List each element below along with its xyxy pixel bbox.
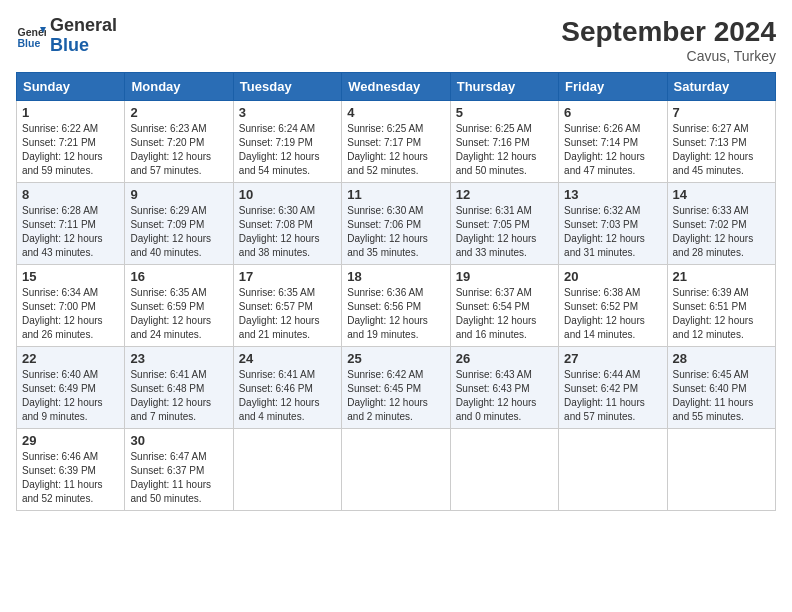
calendar-table: Sunday Monday Tuesday Wednesday Thursday…	[16, 72, 776, 511]
calendar-cell: 19 Sunrise: 6:37 AM Sunset: 6:54 PM Dayl…	[450, 265, 558, 347]
col-tuesday: Tuesday	[233, 73, 341, 101]
day-number: 23	[130, 351, 227, 366]
day-info: Sunrise: 6:22 AM Sunset: 7:21 PM Dayligh…	[22, 122, 119, 178]
day-number: 13	[564, 187, 661, 202]
day-number: 17	[239, 269, 336, 284]
day-number: 18	[347, 269, 444, 284]
day-number: 15	[22, 269, 119, 284]
calendar-cell: 15 Sunrise: 6:34 AM Sunset: 7:00 PM Dayl…	[17, 265, 125, 347]
calendar-cell: 22 Sunrise: 6:40 AM Sunset: 6:49 PM Dayl…	[17, 347, 125, 429]
day-info: Sunrise: 6:30 AM Sunset: 7:06 PM Dayligh…	[347, 204, 444, 260]
day-info: Sunrise: 6:29 AM Sunset: 7:09 PM Dayligh…	[130, 204, 227, 260]
day-number: 1	[22, 105, 119, 120]
calendar-cell: 9 Sunrise: 6:29 AM Sunset: 7:09 PM Dayli…	[125, 183, 233, 265]
calendar-cell: 4 Sunrise: 6:25 AM Sunset: 7:17 PM Dayli…	[342, 101, 450, 183]
day-number: 27	[564, 351, 661, 366]
day-info: Sunrise: 6:36 AM Sunset: 6:56 PM Dayligh…	[347, 286, 444, 342]
day-number: 20	[564, 269, 661, 284]
calendar-week-row: 15 Sunrise: 6:34 AM Sunset: 7:00 PM Dayl…	[17, 265, 776, 347]
day-info: Sunrise: 6:30 AM Sunset: 7:08 PM Dayligh…	[239, 204, 336, 260]
day-number: 4	[347, 105, 444, 120]
day-info: Sunrise: 6:32 AM Sunset: 7:03 PM Dayligh…	[564, 204, 661, 260]
location: Cavus, Turkey	[561, 48, 776, 64]
calendar-week-row: 29 Sunrise: 6:46 AM Sunset: 6:39 PM Dayl…	[17, 429, 776, 511]
day-info: Sunrise: 6:25 AM Sunset: 7:16 PM Dayligh…	[456, 122, 553, 178]
calendar-cell: 8 Sunrise: 6:28 AM Sunset: 7:11 PM Dayli…	[17, 183, 125, 265]
calendar-week-row: 1 Sunrise: 6:22 AM Sunset: 7:21 PM Dayli…	[17, 101, 776, 183]
calendar-cell	[559, 429, 667, 511]
col-wednesday: Wednesday	[342, 73, 450, 101]
col-saturday: Saturday	[667, 73, 775, 101]
day-info: Sunrise: 6:34 AM Sunset: 7:00 PM Dayligh…	[22, 286, 119, 342]
calendar-cell	[450, 429, 558, 511]
calendar-cell: 11 Sunrise: 6:30 AM Sunset: 7:06 PM Dayl…	[342, 183, 450, 265]
logo: General Blue General Blue	[16, 16, 117, 56]
calendar-cell: 30 Sunrise: 6:47 AM Sunset: 6:37 PM Dayl…	[125, 429, 233, 511]
day-number: 22	[22, 351, 119, 366]
calendar-cell: 7 Sunrise: 6:27 AM Sunset: 7:13 PM Dayli…	[667, 101, 775, 183]
day-number: 16	[130, 269, 227, 284]
calendar-cell	[342, 429, 450, 511]
day-number: 19	[456, 269, 553, 284]
calendar-cell: 6 Sunrise: 6:26 AM Sunset: 7:14 PM Dayli…	[559, 101, 667, 183]
day-info: Sunrise: 6:41 AM Sunset: 6:46 PM Dayligh…	[239, 368, 336, 424]
svg-text:Blue: Blue	[18, 36, 41, 48]
calendar-cell: 26 Sunrise: 6:43 AM Sunset: 6:43 PM Dayl…	[450, 347, 558, 429]
calendar-cell: 23 Sunrise: 6:41 AM Sunset: 6:48 PM Dayl…	[125, 347, 233, 429]
day-info: Sunrise: 6:27 AM Sunset: 7:13 PM Dayligh…	[673, 122, 770, 178]
calendar-cell: 17 Sunrise: 6:35 AM Sunset: 6:57 PM Dayl…	[233, 265, 341, 347]
col-monday: Monday	[125, 73, 233, 101]
col-friday: Friday	[559, 73, 667, 101]
day-number: 5	[456, 105, 553, 120]
calendar-cell	[233, 429, 341, 511]
day-number: 26	[456, 351, 553, 366]
day-info: Sunrise: 6:28 AM Sunset: 7:11 PM Dayligh…	[22, 204, 119, 260]
day-info: Sunrise: 6:37 AM Sunset: 6:54 PM Dayligh…	[456, 286, 553, 342]
calendar-header-row: Sunday Monday Tuesday Wednesday Thursday…	[17, 73, 776, 101]
day-number: 10	[239, 187, 336, 202]
calendar-cell	[667, 429, 775, 511]
logo-icon: General Blue	[16, 21, 46, 51]
day-info: Sunrise: 6:35 AM Sunset: 6:59 PM Dayligh…	[130, 286, 227, 342]
day-number: 9	[130, 187, 227, 202]
day-info: Sunrise: 6:47 AM Sunset: 6:37 PM Dayligh…	[130, 450, 227, 506]
day-number: 24	[239, 351, 336, 366]
calendar-cell: 29 Sunrise: 6:46 AM Sunset: 6:39 PM Dayl…	[17, 429, 125, 511]
day-number: 29	[22, 433, 119, 448]
day-info: Sunrise: 6:35 AM Sunset: 6:57 PM Dayligh…	[239, 286, 336, 342]
calendar-week-row: 8 Sunrise: 6:28 AM Sunset: 7:11 PM Dayli…	[17, 183, 776, 265]
title-block: September 2024 Cavus, Turkey	[561, 16, 776, 64]
calendar-body: 1 Sunrise: 6:22 AM Sunset: 7:21 PM Dayli…	[17, 101, 776, 511]
day-info: Sunrise: 6:42 AM Sunset: 6:45 PM Dayligh…	[347, 368, 444, 424]
calendar-cell: 27 Sunrise: 6:44 AM Sunset: 6:42 PM Dayl…	[559, 347, 667, 429]
day-number: 3	[239, 105, 336, 120]
calendar-cell: 16 Sunrise: 6:35 AM Sunset: 6:59 PM Dayl…	[125, 265, 233, 347]
day-info: Sunrise: 6:23 AM Sunset: 7:20 PM Dayligh…	[130, 122, 227, 178]
logo-text: General Blue	[50, 16, 117, 56]
calendar-cell: 10 Sunrise: 6:30 AM Sunset: 7:08 PM Dayl…	[233, 183, 341, 265]
calendar-cell: 3 Sunrise: 6:24 AM Sunset: 7:19 PM Dayli…	[233, 101, 341, 183]
calendar-cell: 25 Sunrise: 6:42 AM Sunset: 6:45 PM Dayl…	[342, 347, 450, 429]
day-info: Sunrise: 6:38 AM Sunset: 6:52 PM Dayligh…	[564, 286, 661, 342]
day-number: 8	[22, 187, 119, 202]
day-info: Sunrise: 6:46 AM Sunset: 6:39 PM Dayligh…	[22, 450, 119, 506]
calendar-cell: 18 Sunrise: 6:36 AM Sunset: 6:56 PM Dayl…	[342, 265, 450, 347]
day-number: 30	[130, 433, 227, 448]
calendar-cell: 24 Sunrise: 6:41 AM Sunset: 6:46 PM Dayl…	[233, 347, 341, 429]
calendar-cell: 20 Sunrise: 6:38 AM Sunset: 6:52 PM Dayl…	[559, 265, 667, 347]
calendar-cell: 13 Sunrise: 6:32 AM Sunset: 7:03 PM Dayl…	[559, 183, 667, 265]
day-number: 7	[673, 105, 770, 120]
day-info: Sunrise: 6:40 AM Sunset: 6:49 PM Dayligh…	[22, 368, 119, 424]
day-info: Sunrise: 6:45 AM Sunset: 6:40 PM Dayligh…	[673, 368, 770, 424]
day-number: 14	[673, 187, 770, 202]
day-number: 11	[347, 187, 444, 202]
day-number: 25	[347, 351, 444, 366]
day-number: 28	[673, 351, 770, 366]
day-info: Sunrise: 6:25 AM Sunset: 7:17 PM Dayligh…	[347, 122, 444, 178]
calendar-cell: 2 Sunrise: 6:23 AM Sunset: 7:20 PM Dayli…	[125, 101, 233, 183]
day-info: Sunrise: 6:31 AM Sunset: 7:05 PM Dayligh…	[456, 204, 553, 260]
col-sunday: Sunday	[17, 73, 125, 101]
day-number: 2	[130, 105, 227, 120]
calendar-week-row: 22 Sunrise: 6:40 AM Sunset: 6:49 PM Dayl…	[17, 347, 776, 429]
page-header: General Blue General Blue September 2024…	[16, 16, 776, 64]
